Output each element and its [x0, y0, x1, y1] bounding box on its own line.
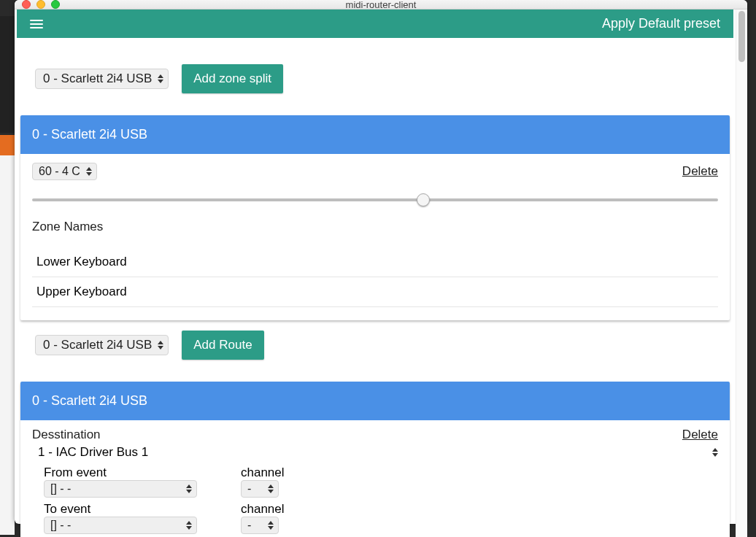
zone-split-card: 0 - Scarlett 2i4 USB 60 - 4 C Delete: [20, 115, 730, 320]
updown-icon: [268, 484, 274, 493]
from-event-label: From event: [44, 465, 197, 480]
destination-select[interactable]: 1 - IAC Driver Bus 1: [32, 444, 718, 461]
titlebar: midi-router-client: [15, 0, 747, 9]
route-controls: 0 - Scarlett 2i4 USB Add Route: [20, 320, 730, 366]
route-device-select[interactable]: 0 - Scarlett 2i4 USB: [35, 335, 169, 355]
to-channel-label: channel: [241, 502, 285, 517]
zone-name-input[interactable]: Upper Keyboard: [32, 277, 718, 307]
updown-icon: [186, 521, 192, 530]
add-route-button[interactable]: Add Route: [182, 331, 263, 360]
app-topbar: Apply Default preset: [17, 9, 733, 38]
route-card: 0 - Scarlett 2i4 USB Desstination Delete…: [20, 382, 730, 537]
zone-card-title: 0 - Scarlett 2i4 USB: [20, 115, 730, 154]
to-channel-select[interactable]: -: [241, 517, 279, 534]
split-note-select[interactable]: 60 - 4 C: [32, 163, 97, 180]
apply-default-preset-button[interactable]: Apply Default preset: [602, 16, 720, 31]
add-zone-split-button[interactable]: Add zone split: [182, 64, 283, 93]
zone-names-list: Lower Keyboard Upper Keyboard: [32, 247, 718, 307]
zone-device-select[interactable]: 0 - Scarlett 2i4 USB: [35, 69, 169, 89]
destination-label: Desstination: [32, 428, 101, 442]
updown-icon: [186, 484, 192, 493]
to-event-select[interactable]: [] - -: [44, 517, 197, 534]
scrollbar-thumb[interactable]: [738, 11, 745, 62]
zone-names-label: Zone Names: [32, 220, 718, 234]
route-device-select-value: 0 - Scarlett 2i4 USB: [43, 338, 152, 352]
destination-value: 1 - IAC Driver Bus 1: [38, 445, 148, 460]
window-title: midi-router-client: [15, 0, 747, 10]
to-event-label: To event: [44, 502, 197, 517]
slider-track: [32, 198, 718, 201]
app-window: midi-router-client Apply Default preset …: [15, 0, 747, 524]
updown-icon: [86, 167, 92, 176]
to-channel-value: -: [247, 519, 251, 532]
updown-icon: [712, 448, 718, 457]
updown-icon: [268, 521, 274, 530]
zone-name-input[interactable]: Lower Keyboard: [32, 247, 718, 277]
from-event-value: [] - -: [50, 482, 71, 495]
from-channel-select[interactable]: -: [241, 480, 279, 498]
zone-device-select-value: 0 - Scarlett 2i4 USB: [43, 72, 152, 86]
from-channel-label: channel: [241, 465, 285, 480]
split-point-slider[interactable]: [32, 193, 718, 206]
updown-icon: [158, 341, 163, 349]
vertical-scrollbar[interactable]: [736, 9, 747, 537]
slider-thumb[interactable]: [417, 193, 430, 206]
delete-zone-link[interactable]: Delete: [682, 164, 718, 179]
delete-route-link[interactable]: Delete: [682, 428, 718, 442]
updown-icon: [158, 74, 163, 83]
route-card-title: 0 - Scarlett 2i4 USB: [20, 382, 730, 420]
from-channel-value: -: [247, 482, 251, 495]
zone-split-controls: 0 - Scarlett 2i4 USB Add zone split: [20, 51, 730, 99]
from-event-select[interactable]: [] - -: [44, 480, 197, 498]
main-content: Apply Default preset 0 - Scarlett 2i4 US…: [15, 9, 736, 537]
menu-icon[interactable]: [30, 20, 43, 28]
to-event-value: [] - -: [50, 519, 71, 532]
split-note-value: 60 - 4 C: [39, 165, 80, 178]
